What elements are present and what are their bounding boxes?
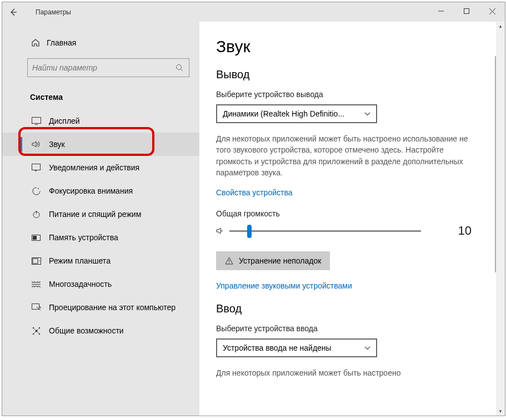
minimize-button[interactable] (428, 2, 454, 20)
maximize-icon (464, 8, 469, 14)
sidebar-item-label: Память устройства (49, 233, 118, 242)
minimize-icon (438, 8, 444, 14)
storage-icon (31, 235, 41, 241)
input-device-label: Выберите устройства ввода (216, 324, 488, 333)
back-button[interactable] (2, 2, 24, 22)
sidebar-item-sound[interactable]: Звук (2, 133, 199, 156)
input-device-value: Устройства ввода не найдены (223, 343, 332, 352)
sidebar-item-display[interactable]: Дисплей (2, 109, 199, 133)
warning-icon (225, 257, 233, 265)
input-description: Для некоторых приложений может быть наст… (216, 367, 472, 378)
focus-icon (31, 187, 41, 195)
sidebar-home[interactable]: Главная (2, 33, 199, 53)
close-button[interactable] (479, 2, 505, 20)
output-device-dropdown[interactable]: Динамики (Realtek High Definitio... (216, 104, 377, 123)
page-title: Звук (216, 37, 488, 56)
notifications-icon (31, 164, 41, 171)
projecting-icon (31, 303, 41, 311)
sidebar-section-title: Система (2, 88, 199, 109)
volume-slider[interactable] (229, 230, 421, 232)
content-area: Звук Вывод Выберите устройство вывода Ди… (199, 22, 505, 416)
sidebar-item-notifications[interactable]: Уведомления и действия (2, 156, 199, 179)
chevron-down-icon (364, 346, 370, 350)
sidebar-item-multitask[interactable]: Многозадачность (2, 272, 199, 296)
shared-icon (31, 327, 41, 335)
troubleshoot-button[interactable]: Устранение неполадок (216, 251, 330, 270)
troubleshoot-label: Устранение неполадок (239, 256, 321, 265)
sidebar-item-projecting[interactable]: Проецирование на этот компьютер (2, 296, 199, 319)
sidebar-item-storage[interactable]: Память устройства (2, 226, 199, 249)
svg-rect-11 (32, 304, 39, 310)
home-icon (31, 38, 40, 47)
sidebar-item-label: Фокусировка внимания (49, 186, 133, 195)
svg-rect-9 (33, 259, 38, 264)
power-icon (31, 210, 41, 219)
output-device-value: Динамики (Realtek High Definitio... (223, 109, 344, 118)
speaker-icon (216, 227, 225, 235)
search-icon (176, 64, 183, 72)
window-title: Параметры (36, 8, 71, 16)
svg-rect-7 (33, 236, 37, 240)
close-icon (489, 8, 495, 14)
sidebar-item-label: Общие возможности (49, 326, 124, 335)
search-input[interactable] (32, 63, 184, 72)
svg-rect-3 (32, 164, 41, 170)
sidebar-item-label: Режим планшета (49, 256, 111, 265)
sidebar-item-power[interactable]: Питание и спящий режим (2, 203, 199, 226)
sidebar-item-label: Звук (49, 140, 65, 149)
sidebar-item-label: Многозадачность (49, 280, 112, 289)
title-bar: Параметры (2, 2, 505, 22)
search-input-container[interactable] (27, 58, 189, 77)
svg-point-10 (39, 260, 40, 261)
sound-icon (31, 140, 41, 148)
display-icon (31, 117, 41, 125)
maximize-button[interactable] (454, 2, 479, 20)
output-device-label: Выберите устройство вывода (216, 90, 488, 99)
svg-rect-2 (32, 118, 41, 124)
arrow-left-icon (9, 8, 18, 17)
manage-devices-link[interactable]: Управление звуковыми устройствами (216, 281, 488, 290)
device-properties-link[interactable]: Свойства устройства (216, 188, 488, 197)
volume-value: 10 (458, 224, 488, 238)
sidebar: Главная Система Дисплей Звук (2, 22, 199, 416)
sidebar-item-label: Питание и спящий режим (49, 210, 141, 219)
window-scrollbar[interactable]: ▲ ▼ (496, 22, 505, 416)
sidebar-item-label: Проецирование на этот компьютер (49, 303, 176, 312)
scroll-up-icon[interactable]: ▲ (496, 22, 505, 31)
svg-point-1 (177, 65, 182, 70)
sidebar-item-focus[interactable]: Фокусировка внимания (2, 179, 199, 203)
input-device-dropdown[interactable]: Устройства ввода не найдены (216, 338, 377, 357)
chevron-down-icon (364, 112, 370, 116)
svg-point-17 (229, 262, 229, 263)
svg-point-4 (38, 188, 39, 189)
sidebar-item-shared[interactable]: Общие возможности (2, 319, 199, 342)
svg-rect-0 (464, 9, 469, 14)
volume-label: Общая громкость (216, 209, 488, 218)
slider-thumb[interactable] (247, 225, 252, 238)
sidebar-home-label: Главная (47, 38, 76, 47)
tablet-icon (31, 257, 41, 265)
sidebar-item-label: Уведомления и действия (49, 163, 139, 172)
multitask-icon (31, 281, 41, 288)
input-heading: Ввод (216, 302, 488, 315)
output-description: Для некоторых приложений может быть наст… (216, 133, 472, 178)
sidebar-item-label: Дисплей (49, 117, 80, 125)
output-heading: Вывод (216, 68, 488, 81)
sidebar-item-tablet[interactable]: Режим планшета (2, 249, 199, 272)
scroll-down-icon[interactable]: ▼ (496, 407, 505, 416)
